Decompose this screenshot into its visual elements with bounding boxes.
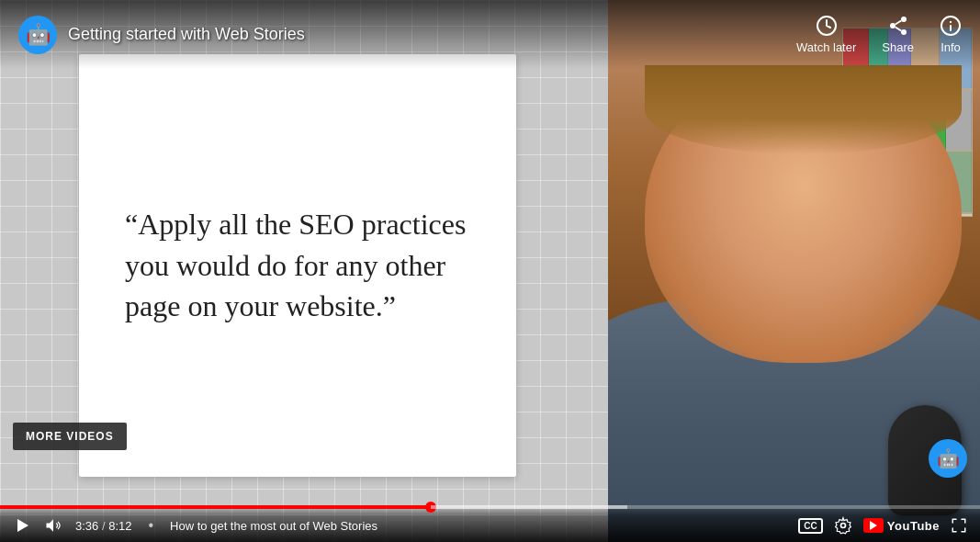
share-button[interactable]: Share (882, 15, 914, 54)
person-video-panel (608, 0, 980, 542)
slide-panel: “Apply all the SEO practices you would d… (0, 0, 608, 542)
channel-icon[interactable]: 🤖 (18, 16, 57, 54)
progress-played (0, 505, 431, 509)
youtube-play-triangle (870, 521, 877, 530)
svg-point-1 (901, 17, 907, 22)
info-button[interactable]: Info (940, 15, 962, 54)
play-button[interactable] (13, 516, 31, 535)
svg-marker-11 (47, 519, 54, 531)
more-videos-button[interactable]: MORE VIDEOS (13, 423, 127, 450)
progress-bar[interactable] (0, 505, 980, 509)
video-title: Getting started with Web Stories (68, 25, 796, 44)
fullscreen-icon (951, 517, 967, 534)
volume-icon (44, 516, 62, 535)
face-skin (645, 65, 962, 364)
svg-point-12 (840, 524, 845, 528)
youtube-text: YouTube (887, 519, 940, 533)
controls-row: 3:36 / 8:12 • How to get the most out of… (0, 509, 980, 542)
settings-button[interactable] (834, 516, 852, 535)
play-icon (13, 516, 31, 535)
svg-point-8 (950, 21, 952, 23)
fullscreen-button[interactable] (951, 517, 967, 534)
share-icon (887, 15, 909, 37)
svg-point-3 (901, 29, 907, 35)
top-bar: 🤖 Getting started with Web Stories Watch… (0, 0, 980, 69)
right-controls: CC YouTube (798, 516, 967, 535)
watch-later-button[interactable]: Watch later (796, 15, 856, 54)
settings-icon (834, 516, 852, 535)
svg-marker-10 (17, 519, 28, 532)
video-subtitle: How to get the most out of Web Stories (170, 519, 785, 533)
info-icon (940, 15, 962, 37)
watch-later-label: Watch later (796, 40, 856, 54)
volume-button[interactable] (44, 516, 62, 535)
hair (645, 65, 962, 154)
channel-icon-bottom[interactable]: 🤖 (929, 439, 967, 478)
robot-icon-bottom: 🤖 (937, 447, 960, 469)
info-label: Info (941, 40, 961, 54)
svg-line-5 (895, 28, 900, 31)
svg-point-2 (890, 23, 896, 28)
youtube-icon (863, 518, 884, 533)
svg-line-4 (895, 21, 900, 25)
video-main-area: “Apply all the SEO practices you would d… (0, 0, 980, 542)
slide-card: “Apply all the SEO practices you would d… (79, 54, 516, 477)
total-time: 8:12 (108, 519, 131, 533)
dot-separator: • (148, 517, 153, 534)
slide-quote-text: “Apply all the SEO practices you would d… (125, 204, 470, 327)
current-time: 3:36 (75, 519, 98, 533)
robot-icon: 🤖 (26, 23, 51, 47)
clock-icon (816, 15, 838, 37)
progress-buffered (431, 505, 626, 509)
top-actions: Watch later Share (796, 15, 962, 54)
bottom-controls: 3:36 / 8:12 • How to get the most out of… (0, 505, 980, 542)
share-label: Share (882, 40, 914, 54)
closed-captions-button[interactable]: CC (798, 518, 822, 534)
youtube-logo[interactable]: YouTube (863, 518, 940, 533)
time-display: 3:36 / 8:12 (75, 519, 131, 533)
video-player: “Apply all the SEO practices you would d… (0, 0, 980, 542)
